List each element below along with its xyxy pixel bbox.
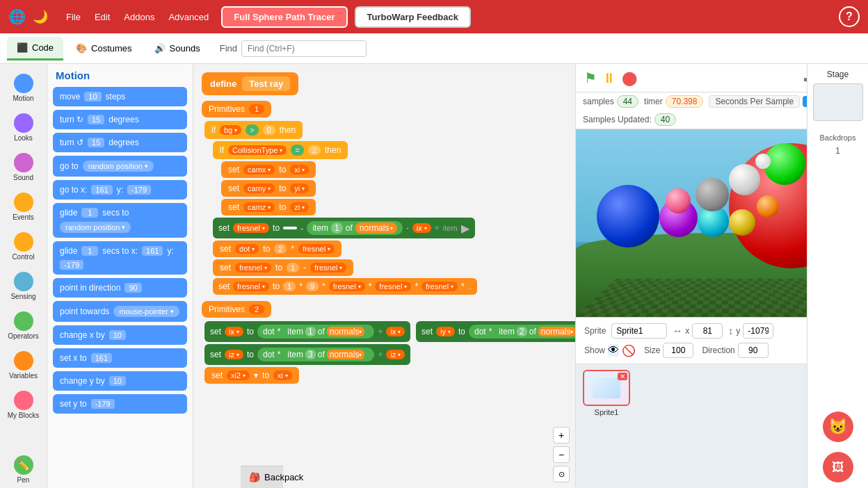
sprite-y-input[interactable] xyxy=(743,323,773,339)
sidebar-item-control[interactable]: Control xyxy=(4,228,43,265)
set-fresnel-2[interactable]: set fresnel to 1 - fresnel xyxy=(213,259,353,276)
sphere-orange xyxy=(757,195,779,218)
set-camx[interactable]: set camx to xi xyxy=(221,161,316,178)
find-section: Find xyxy=(220,40,367,57)
tab-costumes[interactable]: 🎨 Costumes xyxy=(66,38,142,59)
theme-icon[interactable]: 🌙 xyxy=(33,9,48,24)
sidebar-item-sensing[interactable]: Sensing xyxy=(4,268,43,304)
prims-badge-2: 2 xyxy=(249,304,264,314)
sidebar-sound-label: Sound xyxy=(13,174,33,181)
sphere-white-small xyxy=(755,154,771,169)
var-camx: camx xyxy=(243,165,275,174)
sprite-name-input[interactable] xyxy=(611,323,667,339)
var-colltype: CollisionType xyxy=(228,145,287,155)
sidebar-item-motion[interactable]: Motion xyxy=(4,70,43,106)
define-block[interactable]: define Test ray xyxy=(202,72,298,95)
sidebar-operators-label: Operators xyxy=(8,332,38,340)
primitives-hat-1[interactable]: Primitives 1 xyxy=(202,101,271,117)
play-button[interactable]: ⚑ xyxy=(584,70,597,86)
stage-right-panel: Stage Backdrops 1 😺 🖼 xyxy=(807,64,868,488)
var-yi: yi xyxy=(290,184,309,193)
sprite-thumb-img-1: ✕ xyxy=(583,370,630,406)
block-move-val[interactable]: 10 xyxy=(84,92,101,101)
costumes-icon: 🎨 xyxy=(76,43,87,54)
if-block-bg[interactable]: if bg > 0 then xyxy=(204,121,303,139)
add-backdrop-button[interactable]: 🖼 xyxy=(823,452,853,482)
sidebar-item-operators[interactable]: Operators xyxy=(4,307,43,344)
file-menu[interactable]: File xyxy=(61,9,86,25)
sprite-x-input[interactable] xyxy=(692,323,723,339)
block-glide-xy[interactable]: glide 1 secs to x: 161 y: -179 xyxy=(53,241,187,275)
sidebar-item-events[interactable]: Events xyxy=(4,188,43,225)
block-set-y[interactable]: set y to -179 xyxy=(53,394,187,414)
show-visible-button[interactable]: 👁 xyxy=(608,344,619,357)
find-input[interactable] xyxy=(241,40,367,57)
sprite-direction-input[interactable] xyxy=(738,343,769,358)
stop-button[interactable]: ⬤ xyxy=(622,70,637,86)
block-change-y[interactable]: change y by 10 xyxy=(53,371,187,391)
var-camz: camz xyxy=(243,202,275,212)
block-turn-cw[interactable]: turn ↻ 15 degrees xyxy=(53,110,187,129)
block-change-x[interactable]: change x by 10 xyxy=(53,325,187,345)
second-nav: ⬛ Code 🎨 Costumes 🔊 Sounds Find xyxy=(0,33,868,64)
sprite-thumbnail-1[interactable]: ✕ Sprite1 xyxy=(581,370,632,416)
backpack-bar[interactable]: 🎒 Backpack xyxy=(241,466,283,488)
block-turn-cw-val[interactable]: 15 xyxy=(88,115,104,124)
block-towards-dropdown[interactable]: mouse-pointer xyxy=(113,306,179,317)
nav-links: File Edit Addons Advanced xyxy=(61,9,214,25)
sidebar-item-sound[interactable]: Sound xyxy=(4,149,43,186)
zoom-in-button[interactable]: + xyxy=(553,427,570,444)
control-circle xyxy=(14,232,33,252)
if-block-collision[interactable]: if CollisionType = 2 then xyxy=(213,141,348,159)
block-set-x[interactable]: set x to 161 xyxy=(53,348,187,368)
zoom-out-button[interactable]: − xyxy=(553,446,570,463)
item-block-1[interactable]: item 1 of normals▾ xyxy=(307,221,403,235)
x-arrow-icon: ↔ xyxy=(673,325,682,336)
block-goto[interactable]: go to random position xyxy=(53,156,187,177)
sphere-blue xyxy=(597,185,659,247)
sidebar-sensing-label: Sensing xyxy=(10,293,35,300)
blocks-panel: Motion move 10 steps turn ↻ 15 degrees t… xyxy=(47,64,193,488)
pause-button[interactable]: ⏸ xyxy=(602,70,616,86)
block-point-dir[interactable]: point in direction 90 xyxy=(53,278,187,298)
block-turn-ccw-val[interactable]: 15 xyxy=(88,138,104,147)
scripts-area[interactable]: define Test ray Primitives 1 if bg > 0 t xyxy=(193,64,576,488)
sidebar-item-variables[interactable]: Variables xyxy=(4,347,43,384)
block-move[interactable]: move 10 steps xyxy=(53,87,187,106)
direction-label: Direction xyxy=(702,345,734,355)
addons-menu[interactable]: Addons xyxy=(118,9,160,25)
zoom-reset-button[interactable]: ⊙ xyxy=(553,466,570,482)
sidebar-item-myblocks[interactable]: My Blocks xyxy=(4,387,43,423)
tab-code[interactable]: ⬛ Code xyxy=(7,37,63,60)
tab-sounds[interactable]: 🔊 Sounds xyxy=(145,38,210,59)
edit-menu[interactable]: Edit xyxy=(89,9,115,25)
block-turn-ccw[interactable]: turn ↺ 15 degrees xyxy=(53,133,187,152)
backdrops-label: Backdrops xyxy=(820,133,856,142)
sprite-size-input[interactable] xyxy=(663,343,693,358)
set-dot-1[interactable]: set dot to 2 * fresnel xyxy=(213,241,341,257)
show-hidden-button[interactable]: 🚫 xyxy=(622,344,636,357)
project-button[interactable]: Full Sphere Path Tracer xyxy=(221,6,347,28)
primitives-hat-2[interactable]: Primitives 2 xyxy=(202,301,271,318)
set-camz[interactable]: set camz to zi xyxy=(221,199,316,215)
sprite-delete-button[interactable]: ✕ xyxy=(618,373,627,380)
block-glide-to[interactable]: glide 1 secs to random position xyxy=(53,203,187,238)
block-glide-dropdown[interactable]: random position xyxy=(60,222,131,233)
advanced-menu[interactable]: Advanced xyxy=(163,9,214,25)
zoom-controls: + − ⊙ xyxy=(553,427,570,482)
add-sprite-button[interactable]: 😺 xyxy=(823,412,853,442)
samples-label: samples xyxy=(583,97,614,106)
seconds-label: Seconds Per Sample xyxy=(709,95,800,108)
samples-stat: samples 44 xyxy=(583,95,638,108)
sidebar-item-pen[interactable]: ✏️ Pen xyxy=(4,451,43,488)
set-xi2[interactable]: set xi2 ▾ to xi xyxy=(204,367,299,384)
block-goto-xy[interactable]: go to x: 161 y: -179 xyxy=(53,180,187,200)
block-goto-dropdown[interactable]: random position xyxy=(83,161,154,172)
block-point-towards[interactable]: point towards mouse-pointer xyxy=(53,301,187,322)
set-camy[interactable]: set camy to yi xyxy=(221,180,316,197)
sidebar-item-looks[interactable]: Looks xyxy=(4,109,43,146)
help-button[interactable]: ? xyxy=(839,6,860,27)
code-icon: ⬛ xyxy=(17,42,28,53)
find-label: Find xyxy=(220,43,237,54)
feedback-button[interactable]: TurboWarp Feedback xyxy=(355,6,471,28)
